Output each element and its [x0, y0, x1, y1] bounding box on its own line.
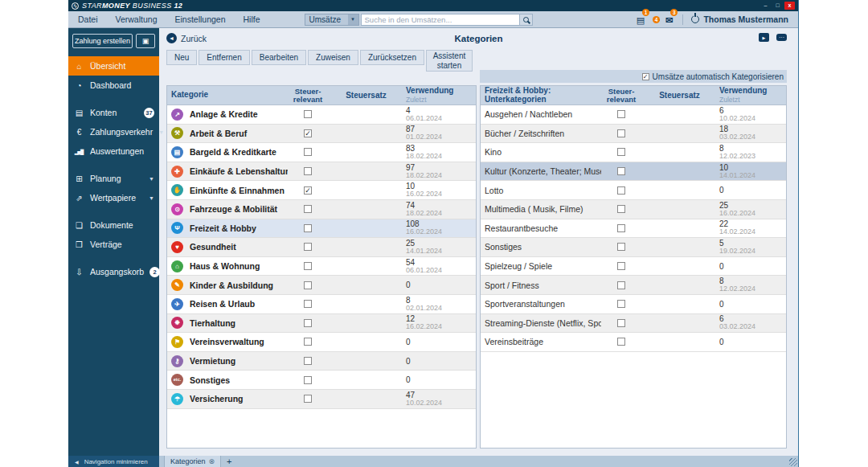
- tax-relevant-checkbox[interactable]: [304, 281, 312, 289]
- table-row-kinder-ausbildung[interactable]: ✎Kinder & Ausbildung0: [167, 276, 476, 295]
- toolbar-neu-button[interactable]: Neu: [166, 50, 197, 65]
- toolbar-zurücksetzen-button[interactable]: Zurücksetzen: [360, 50, 424, 65]
- table-row-restaurantbesuche[interactable]: Restaurantbesuche2214.02.2024: [481, 219, 786, 239]
- search-button[interactable]: [519, 14, 532, 25]
- tax-relevant-checkbox[interactable]: [617, 129, 625, 137]
- tax-relevant-checkbox[interactable]: [304, 395, 312, 403]
- tax-relevant-checkbox[interactable]: [617, 300, 625, 308]
- table-row-fahrzeuge-mobilität[interactable]: ⊙Fahrzeuge & Mobilität7418.02.2024: [167, 200, 476, 219]
- table-row-sport-fitness[interactable]: Sport / Fitness812.02.2024: [481, 276, 786, 295]
- sidebar-item-konten[interactable]: ▤Konten37: [68, 103, 159, 122]
- tax-relevant-checkbox[interactable]: [304, 243, 312, 251]
- toolbar-bearbeiten-button[interactable]: Bearbeiten: [252, 50, 306, 65]
- table-row-reisen-urlaub[interactable]: ✈Reisen & Urlaub802.01.2024: [167, 295, 476, 314]
- table-row-streaming-dienste-netflix-spotify-etc[interactable]: Streaming-Dienste (Netflix, Spotify etc.…: [481, 314, 786, 334]
- table-row-ausgehen-nachtleben[interactable]: Ausgehen / Nachtleben610.02.2024: [481, 105, 786, 125]
- table-row-gesundheit[interactable]: ♥Gesundheit2514.01.2024: [167, 238, 476, 257]
- table-row-bargeld-kreditkarte[interactable]: ▤Bargeld & Kreditkarte8318.02.2024: [167, 143, 476, 162]
- tax-relevant-checkbox[interactable]: [304, 300, 312, 308]
- sidebar-item-wertpapiere[interactable]: ⇗Wertpapiere▼: [68, 188, 159, 207]
- sidebar-item-zahlungsverkehr[interactable]: €Zahlungsverkehr▼: [68, 122, 159, 141]
- tax-relevant-checkbox[interactable]: [304, 376, 312, 384]
- toolbar-zuweisen-button[interactable]: Zuweisen: [308, 50, 358, 65]
- category-name: Anlage & Kredite: [190, 109, 258, 119]
- resize-grip[interactable]: [789, 458, 797, 466]
- tax-relevant-checkbox[interactable]: [617, 262, 625, 270]
- table-row-vereinsbeiträge[interactable]: Vereinsbeiträge0: [481, 333, 786, 352]
- sidebar-item-auswertungen[interactable]: ▂▅█Auswertungen: [68, 141, 159, 161]
- close-button[interactable]: x: [784, 2, 795, 10]
- tax-relevant-checkbox[interactable]: [617, 338, 625, 346]
- table-row-arbeit-beruf[interactable]: ⚒Arbeit & Beruf✓8701.02.2024: [167, 125, 476, 144]
- mail-button[interactable]: ✉ 3: [665, 12, 673, 27]
- minimize-navigation-button[interactable]: ◀ Navigation minimieren: [68, 456, 159, 467]
- toolbar-entfernen-button[interactable]: Entfernen: [199, 50, 249, 65]
- table-row-anlage-kredite[interactable]: ↗Anlage & Kredite406.01.2024: [167, 105, 476, 125]
- menu-einstellungen[interactable]: Einstellungen: [174, 14, 225, 24]
- tax-relevant-checkbox[interactable]: ✓: [304, 186, 312, 195]
- table-row-versicherung[interactable]: ☂Versicherung4710.02.2024: [167, 390, 476, 409]
- minimize-button[interactable]: –: [760, 2, 771, 10]
- table-row-kultur-konzerte-theater-museen[interactable]: Kultur (Konzerte, Theater; Museen)1014.0…: [481, 162, 786, 182]
- sidebar-item-dokumente[interactable]: ❏Dokumente: [68, 215, 159, 235]
- table-row-tierhaltung[interactable]: ❉Tierhaltung1216.02.2024: [167, 314, 476, 334]
- tax-relevant-checkbox[interactable]: [304, 205, 312, 213]
- auto-categorize-checkbox[interactable]: ✓: [642, 73, 649, 80]
- tax-relevant-checkbox[interactable]: [304, 319, 312, 327]
- sidebar-item-planung[interactable]: ⊞Planung▼: [68, 169, 159, 188]
- tax-relevant-checkbox[interactable]: [304, 357, 312, 365]
- sidebar-item-dashboard[interactable]: ◔Dashboard: [68, 76, 159, 95]
- table-row-sportveranstaltungen[interactable]: Sportveranstaltungen0: [481, 295, 786, 314]
- sidebar-item-ausgangskorb[interactable]: ⇩Ausgangskorb2: [68, 262, 159, 281]
- table-row-einkäufe-lebenshaltung[interactable]: ✚Einkäufe & Lebenshaltung9718.02.2024: [167, 162, 476, 182]
- tax-relevant-checkbox[interactable]: [304, 148, 312, 156]
- printer-button[interactable]: ▣: [136, 34, 155, 48]
- table-row-freizeit-hobby[interactable]: ΨFreizeit & Hobby10816.02.2024: [167, 219, 476, 239]
- tax-relevant-checkbox[interactable]: [617, 224, 625, 232]
- news-icon: ▤: [637, 15, 645, 25]
- table-row-multimedia-musik-filme[interactable]: Multimedia ( Musik, Filme)2516.02.2024: [481, 200, 786, 219]
- usage-cell: 0: [718, 338, 786, 346]
- tax-relevant-checkbox[interactable]: [617, 281, 625, 289]
- tab-close-icon[interactable]: ⊗: [209, 457, 215, 465]
- table-row-sonstiges[interactable]: Sonstiges519.02.2024: [481, 238, 786, 257]
- table-row-vereinsverwaltung[interactable]: ⚑Vereinsverwaltung0: [167, 333, 476, 352]
- tax-relevant-checkbox[interactable]: [304, 110, 312, 118]
- sidebar-item-verträge[interactable]: ❒Verträge: [68, 235, 159, 254]
- tax-relevant-checkbox[interactable]: ✓: [304, 129, 312, 137]
- tax-relevant-checkbox[interactable]: [617, 167, 625, 175]
- news-button[interactable]: ▤ 1: [637, 12, 645, 27]
- menu-hilfe[interactable]: Hilfe: [244, 14, 260, 24]
- menu-datei[interactable]: Datei: [78, 14, 98, 24]
- search-scope-dropdown[interactable]: Umsätze ▼: [305, 14, 359, 26]
- table-row-lotto[interactable]: Lotto0: [481, 181, 786, 200]
- sidebar-item-übersicht[interactable]: ⌂Übersicht: [68, 56, 159, 76]
- tax-relevant-checkbox[interactable]: [617, 148, 625, 156]
- table-row-kino[interactable]: Kino812.02.2023: [481, 143, 786, 162]
- tax-relevant-checkbox[interactable]: [617, 319, 625, 327]
- add-tab-button[interactable]: +: [221, 456, 237, 467]
- menu-verwaltung[interactable]: Verwaltung: [116, 14, 158, 24]
- search-input[interactable]: [362, 14, 519, 25]
- restore-button[interactable]: □: [772, 2, 783, 10]
- tax-relevant-checkbox[interactable]: [617, 243, 625, 251]
- table-row-einkünfte-einnahmen[interactable]: ✋Einkünfte & Einnahmen✓1016.02.2024: [167, 181, 476, 200]
- chat-bubble-icon[interactable]: ···: [776, 34, 787, 41]
- tab-kategorien[interactable]: Kategorien ⊗: [164, 456, 221, 467]
- tax-relevant-checkbox[interactable]: [304, 167, 312, 175]
- table-row-spielzeug-spiele[interactable]: Spielzeug / Spiele0: [481, 257, 786, 277]
- user-menu[interactable]: Thomas Mustermann: [691, 14, 790, 24]
- tax-relevant-checkbox[interactable]: [617, 110, 625, 118]
- table-row-sonstiges[interactable]: etc.Sonstiges0: [167, 371, 476, 390]
- create-payment-button[interactable]: Zahlung erstellen: [72, 34, 133, 48]
- tax-relevant-checkbox[interactable]: [304, 224, 312, 232]
- tax-relevant-checkbox[interactable]: [617, 205, 625, 213]
- tax-relevant-checkbox[interactable]: [304, 338, 312, 346]
- table-row-bücher-zeitschriften[interactable]: Bücher / Zeitschriften1803.02.2024: [481, 125, 786, 144]
- video-tutorial-icon[interactable]: ▶: [759, 33, 769, 42]
- table-row-vermietung[interactable]: ⚷Vermietung0: [167, 352, 476, 371]
- tax-relevant-checkbox[interactable]: [304, 262, 312, 270]
- table-row-haus-wohnung[interactable]: ⌂Haus & Wohnung5406.01.2024: [167, 257, 476, 277]
- tax-relevant-checkbox[interactable]: [617, 186, 625, 195]
- toolbar-assistent-starten-button[interactable]: Assistent starten: [426, 50, 473, 72]
